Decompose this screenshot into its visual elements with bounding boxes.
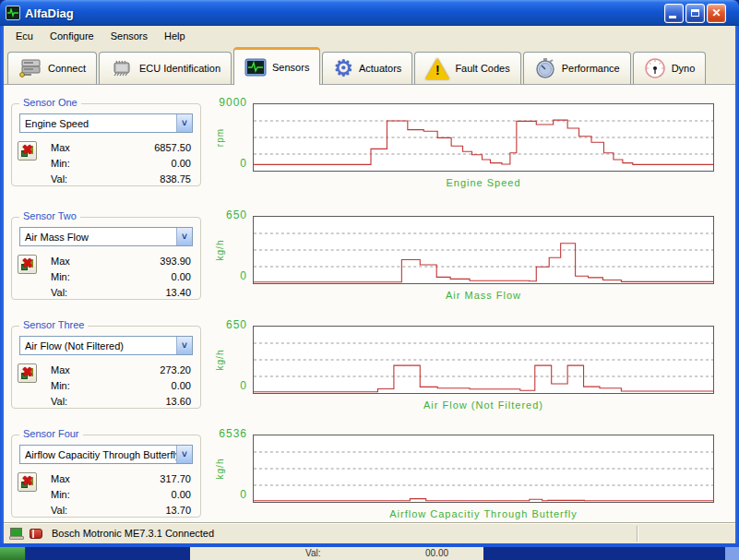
sensor-one-selected-value: Engine Speed (20, 118, 176, 129)
remove-sensor-icon: ✖ (21, 258, 33, 270)
connection-status-text: Bosch Motronic ME7.3.1 Connected (52, 528, 214, 539)
sensor-one-group-label: Sensor One (19, 97, 81, 108)
tab-ecu-identification[interactable]: ECU Identification (99, 52, 232, 84)
max-row: Max 273.20 (51, 362, 191, 377)
min-value: 0.00 (172, 271, 191, 282)
window-border-right (735, 26, 739, 547)
sensor-one-select[interactable]: Engine Speed ˅ (19, 113, 193, 133)
oscilloscope-icon (7, 8, 18, 18)
title-bar: AlfaDiag ✕ (0, 0, 739, 26)
y-axis-min-label: 0 (214, 488, 247, 501)
tab-dyno[interactable]: Dyno (633, 52, 707, 84)
sensor-three-selected-value: Air Flow (Not Filtered) (20, 340, 176, 351)
chart-title: Air Mass Flow (253, 290, 714, 301)
tab-connect-label: Connect (48, 63, 86, 74)
chart-title: Airflow Capacitiy Through Butterfly (253, 508, 714, 519)
sensor-three-clear-button[interactable]: ✖ (18, 363, 37, 383)
statusbar-divider (637, 526, 638, 542)
gauge-icon (644, 57, 666, 79)
airflow-capacity-chart-plot (253, 435, 714, 503)
y-axis-max-label: 9000 (214, 96, 247, 109)
val-label: Val: (51, 505, 67, 516)
close-button[interactable]: ✕ (707, 4, 726, 23)
sensor-one-group: Sensor One Engine Speed ˅ ✖ Max 6857.50 … (11, 103, 201, 186)
sensor-two-group-label: Sensor Two (19, 210, 80, 221)
tab-performance[interactable]: Performance (523, 52, 631, 84)
drive-connect-icon (18, 58, 42, 78)
computer-connection-icon (9, 528, 24, 540)
chart-title: Engine Speed (253, 177, 714, 188)
val-value: 13.60 (165, 396, 191, 407)
sensor-three-group-label: Sensor Three (19, 319, 88, 330)
y-axis-min-label: 0 (214, 379, 247, 392)
menu-configure[interactable]: Configure (42, 28, 102, 44)
y-axis-min-label: 0 (214, 269, 247, 282)
y-axis-max-label: 6536 (214, 427, 247, 440)
airflow-capacity-chart: 6536 kg/h 0 Airflow Capacitiy Through Bu… (214, 423, 723, 527)
min-label: Min: (51, 271, 70, 282)
menu-help[interactable]: Help (156, 28, 194, 44)
sensor-one-clear-button[interactable]: ✖ (18, 141, 37, 161)
min-value: 0.00 (172, 380, 191, 391)
min-row: Min: 0.00 (51, 155, 191, 171)
warning-icon: ! (425, 58, 449, 79)
max-label: Max (51, 364, 70, 375)
sensor-four-select[interactable]: Airflow Capacitiy Through Butterfly ˅ (19, 445, 193, 464)
val-row: Val: 13.70 (51, 502, 191, 518)
maximize-button[interactable] (685, 4, 705, 23)
air-flow-not-filtered-chart-plot (253, 326, 714, 394)
tab-ecu-identification-label: ECU Identification (139, 63, 221, 74)
menu-sensors[interactable]: Sensors (102, 28, 156, 44)
tab-performance-label: Performance (562, 63, 620, 74)
max-label: Max (51, 142, 70, 153)
menu-ecu[interactable]: Ecu (7, 28, 42, 44)
sensor-two-group: Sensor Two Air Mass Flow ˅ ✖ Max 393.90 … (11, 217, 201, 300)
sensor-four-clear-button[interactable]: ✖ (18, 472, 37, 492)
min-value: 0.00 (172, 489, 191, 500)
val-value: 13.40 (165, 287, 191, 298)
background-text-fragment: 00.00 (425, 547, 448, 560)
tab-sensors[interactable]: Sensors (233, 47, 320, 85)
menu-bar: Ecu Configure Sensors Help (4, 26, 735, 46)
tab-actuators-label: Actuators (359, 63, 401, 74)
val-label: Val: (51, 396, 67, 407)
sensor-two-clear-button[interactable]: ✖ (18, 255, 37, 274)
status-bar: Bosch Motronic ME7.3.1 Connected (4, 522, 735, 543)
val-value: 838.75 (160, 173, 191, 185)
sensor-four-group: Sensor Four Airflow Capacitiy Through Bu… (11, 435, 201, 518)
sensor-three-select[interactable]: Air Flow (Not Filtered) ˅ (19, 336, 193, 355)
min-label: Min: (51, 489, 70, 500)
background-border-fragment (725, 547, 739, 560)
background-green-fragment (0, 547, 26, 560)
tab-connect[interactable]: Connect (7, 52, 97, 84)
val-label: Val: (51, 287, 67, 298)
close-icon: ✕ (711, 7, 721, 18)
maximize-icon (691, 9, 699, 17)
y-axis-unit-label: kg/h (185, 232, 254, 268)
val-row: Val: 13.60 (51, 393, 191, 409)
y-axis-max-label: 650 (214, 318, 247, 331)
y-axis-min-label: 0 (214, 157, 247, 170)
val-label: Val: (51, 173, 67, 185)
app-icon (6, 6, 20, 20)
max-label: Max (51, 256, 70, 267)
remove-sensor-icon: ✖ (21, 145, 33, 157)
val-row: Val: 13.40 (51, 284, 191, 300)
val-row: Val: 838.75 (51, 171, 191, 186)
tab-dyno-label: Dyno (672, 63, 696, 74)
remove-sensor-icon: ✖ (21, 367, 33, 379)
tab-fault-codes[interactable]: ! Fault Codes (414, 52, 520, 84)
toolbar-tabs: Connect ECU Identification (4, 46, 735, 85)
y-axis-unit-label: kg/h (185, 450, 254, 487)
sensor-two-select[interactable]: Air Mass Flow ˅ (19, 227, 193, 246)
tab-actuators[interactable]: ⚙ Actuators (322, 52, 412, 84)
background-window-sliver: Val: 00.00 (0, 547, 739, 560)
max-label: Max (51, 473, 70, 484)
air-flow-not-filtered-chart: 650 kg/h 0 Air Flow (Not Filtered) (214, 315, 723, 418)
air-mass-flow-chart-plot (253, 216, 714, 284)
minimize-button[interactable] (664, 4, 684, 23)
engine-speed-chart-plot (253, 103, 714, 172)
window-title: AlfaDiag (25, 6, 74, 20)
engine-speed-chart: 9000 rpm 0 Engine Speed (214, 92, 723, 196)
remove-sensor-icon: ✖ (21, 476, 33, 488)
